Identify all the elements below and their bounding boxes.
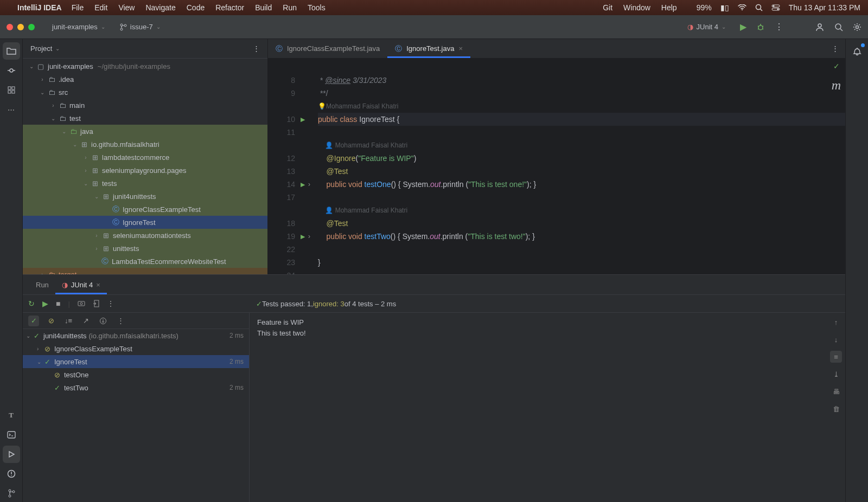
editor-tab[interactable]: Ⓒ IgnoreClassExampleTest.java [268, 39, 387, 58]
soft-wrap-button[interactable]: ≡ [830, 351, 842, 363]
menu-build[interactable]: Build [255, 3, 272, 12]
chevron-down-icon[interactable]: ⌄ [71, 141, 79, 147]
chevron-right-icon[interactable]: › [81, 155, 90, 160]
problems-tool-button[interactable] [3, 465, 20, 482]
todo-tool-button[interactable]: T [3, 407, 20, 424]
debug-button[interactable] [756, 23, 765, 31]
menu-code[interactable]: Code [187, 3, 205, 12]
control-center-icon[interactable] [771, 4, 780, 11]
show-passed-button[interactable]: ✓ [28, 316, 39, 326]
tree-item[interactable]: ⌄ ⊞ io.github.mfaisalkhatri [23, 138, 267, 151]
commit-tool-button[interactable] [3, 62, 20, 79]
tree-item[interactable]: ⌄ 🗀 java [23, 125, 267, 138]
dump-threads-button[interactable] [78, 300, 85, 307]
editor-area[interactable]: ✓ m 8 9 10 11 12 13 14 17 [268, 59, 845, 274]
more-run-icon[interactable]: ⋮ [107, 299, 114, 308]
clear-button[interactable]: 🗑 [830, 403, 842, 415]
chevron-down-icon[interactable]: ⌄ [38, 89, 47, 95]
chevron-right-icon[interactable]: › [81, 168, 90, 173]
tree-item[interactable]: › ⊞ seleniumplayground.pages [23, 164, 267, 177]
test-tree-row[interactable]: › ⊘ IgnoreClassExampleTest [23, 342, 249, 355]
chevron-down-icon[interactable]: ⌄ [60, 128, 68, 134]
expand-button[interactable] [98, 316, 108, 326]
run-panel-tab-config[interactable]: ◑ JUnit 4 × [55, 275, 107, 294]
terminal-tool-button[interactable] [3, 426, 20, 443]
tree-item[interactable]: ⌄ 🗀 src [23, 86, 267, 99]
show-ignored-button[interactable]: ⊘ [46, 316, 56, 326]
menu-window[interactable]: Window [623, 3, 650, 12]
code-with-me-icon[interactable] [815, 23, 825, 31]
stop-button[interactable]: ■ [56, 299, 60, 308]
chevron-right-icon[interactable]: › [92, 246, 101, 252]
project-selector[interactable]: junit-examples ⌄ [48, 21, 110, 33]
project-tree[interactable]: ⌄ ▢ junit-examples ~/github/junit-exampl… [23, 59, 267, 274]
test-tree[interactable]: ⌄ ✓ junit4unittests (io.github.mfaisalkh… [23, 329, 249, 394]
tree-item[interactable]: › 🗀 main [23, 99, 267, 112]
maximize-window-icon[interactable] [28, 24, 35, 30]
structure-tool-button[interactable] [3, 81, 20, 99]
tree-item[interactable]: ⌄ ⊞ junit4unittests [23, 190, 267, 203]
test-tree-row[interactable]: ⌄ ✓ IgnoreTest 2 ms [23, 355, 249, 368]
print-button[interactable]: 🖶 [830, 385, 842, 397]
code[interactable]: * @since 3/31/2023 **/ 💡Mohammad Faisal … [299, 59, 845, 274]
chevron-right-icon[interactable]: › [37, 346, 44, 352]
git-tool-button[interactable] [3, 485, 20, 502]
run-tool-button[interactable] [3, 446, 20, 463]
chevron-down-icon[interactable]: ⌄ [26, 333, 34, 339]
menu-run[interactable]: Run [283, 3, 297, 12]
minimize-window-icon[interactable] [17, 24, 24, 30]
test-tree-row[interactable]: ⌄ ✓ junit4unittests (io.github.mfaisalkh… [23, 329, 249, 342]
sort-button[interactable]: ↓≡ [63, 316, 74, 326]
wifi-icon[interactable] [738, 4, 746, 11]
run-button[interactable]: ▶ [740, 22, 746, 32]
branch-selector[interactable]: issue-7 ⌄ [115, 21, 165, 33]
more-icon[interactable]: ⋮ [253, 44, 260, 53]
tab-more-icon[interactable]: ⋮ [825, 39, 845, 58]
tree-more-icon[interactable]: ⋮ [115, 316, 126, 326]
maven-icon[interactable]: m [832, 78, 841, 93]
run-config-selector[interactable]: ◑ JUnit 4 ⌄ [683, 21, 730, 33]
tree-item[interactable]: ⌄ ⊞ tests [23, 177, 267, 190]
settings-icon[interactable] [853, 23, 861, 31]
chevron-down-icon[interactable]: ⌄ [81, 181, 90, 186]
tree-item[interactable]: › ⊞ unittests [23, 242, 267, 255]
more-tool-button[interactable]: ⋯ [3, 101, 20, 118]
menu-navigate[interactable]: Navigate [145, 3, 175, 12]
more-actions-icon[interactable]: ⋮ [775, 22, 783, 32]
tree-item[interactable]: › 🗀 target [23, 268, 267, 274]
menu-file[interactable]: File [72, 3, 84, 12]
menu-refactor[interactable]: Refactor [215, 3, 244, 12]
menu-view[interactable]: View [118, 3, 135, 12]
editor-tab[interactable]: Ⓒ IgnoreTest.java × [387, 39, 470, 58]
test-tree-row[interactable]: ⊘ testOne [23, 368, 249, 381]
tree-root[interactable]: ⌄ ▢ junit-examples ~/github/junit-exampl… [23, 60, 267, 73]
exit-button[interactable] [93, 300, 99, 307]
rerun-failed-button[interactable]: ▶ [42, 299, 48, 308]
tree-item[interactable]: › ⊞ lambdatestcommerce [23, 151, 267, 164]
project-tool-button[interactable] [3, 42, 20, 60]
menu-git[interactable]: Git [603, 3, 612, 12]
sort-duration-button[interactable]: ↗ [80, 316, 91, 326]
test-tree-row[interactable]: ✓ testTwo 2 ms [23, 381, 249, 394]
search-everywhere-icon[interactable] [834, 23, 843, 31]
chevron-down-icon[interactable]: ⌄ [92, 194, 101, 199]
run-panel-tab-run[interactable]: Run [29, 275, 55, 294]
tree-item[interactable]: › 🗀 .idea [23, 73, 267, 86]
project-header[interactable]: Project ⌄ ⋮ [23, 39, 267, 59]
inspection-ok-icon[interactable]: ✓ [833, 62, 840, 70]
scroll-to-end-button[interactable]: ⤓ [830, 368, 842, 380]
chevron-down-icon[interactable]: ⌄ [27, 63, 36, 69]
menu-edit[interactable]: Edit [94, 3, 107, 12]
menu-tools[interactable]: Tools [308, 3, 326, 12]
close-tab-icon[interactable]: × [96, 281, 100, 289]
close-window-icon[interactable] [7, 24, 13, 30]
notifications-button[interactable] [848, 42, 866, 60]
console-output[interactable]: Feature is WIP This is test two! ↑ ↓ ≡ ⤓… [250, 313, 845, 502]
tree-item[interactable]: › ⊞ seleniumautomationtests [23, 229, 267, 242]
datetime[interactable]: Thu 13 Apr 11:33 PM [789, 3, 860, 12]
scroll-down-button[interactable]: ↓ [830, 333, 842, 345]
search-icon[interactable] [755, 4, 763, 11]
tree-item[interactable]: ⌄ 🗀 test [23, 112, 267, 125]
close-tab-icon[interactable]: × [458, 44, 463, 53]
chevron-down-icon[interactable]: ⌄ [37, 359, 44, 365]
